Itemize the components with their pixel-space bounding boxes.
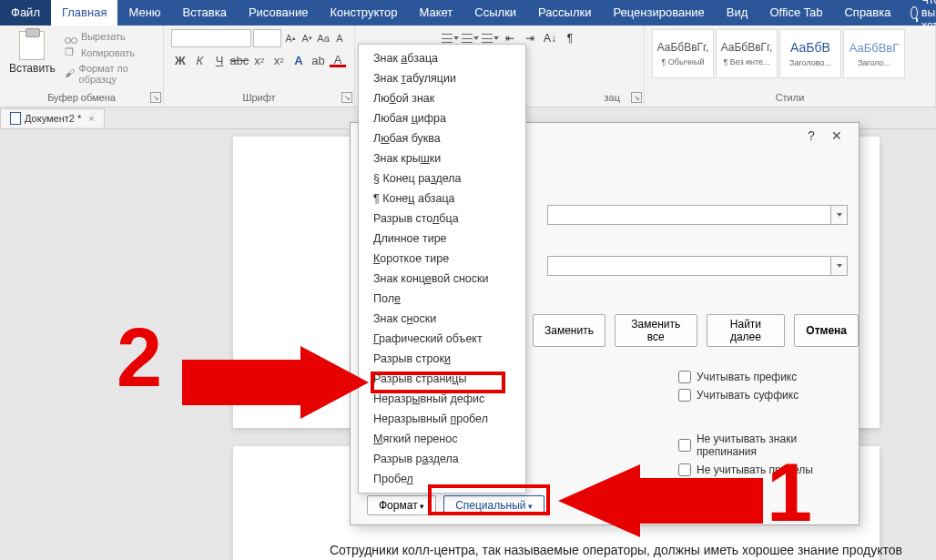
close-icon[interactable]: × — [88, 113, 94, 124]
special-menu-item-6[interactable]: § Конец раздела — [359, 168, 525, 188]
shrink-font-button[interactable]: A▾ — [300, 29, 314, 47]
font-name-combo[interactable] — [171, 29, 251, 47]
special-menu-item-0[interactable]: Знак абзаца — [359, 48, 525, 68]
group-styles: АаБбВвГг,¶ ОбычныйАаБбВвГг,¶ Без инте...… — [645, 25, 936, 107]
dialog-help-button[interactable]: ? — [799, 128, 824, 143]
show-marks-button[interactable]: ¶ — [561, 29, 579, 47]
special-menu: Знак абзацаЗнак табуляцииЛюбой знакЛюбая… — [358, 44, 526, 494]
style-item-2[interactable]: АаБбВЗаголово... — [779, 29, 841, 78]
format-painter-button[interactable]: 🖌 Формат по образцу — [63, 62, 156, 86]
annotation-number-2: 2 — [117, 311, 162, 405]
check-prefix[interactable]: Учитывать префикс — [678, 371, 859, 383]
tab-drawing[interactable]: Рисование — [238, 0, 319, 25]
strike-button[interactable]: abc — [230, 51, 249, 69]
tab-view[interactable]: Вид — [716, 0, 759, 25]
tab-design[interactable]: Конструктор — [319, 0, 408, 25]
paste-label: Вставить — [9, 62, 56, 75]
underline-button[interactable]: Ч — [210, 51, 229, 69]
special-menu-item-13[interactable]: Знак сноски — [359, 309, 525, 329]
format-dropdown-button[interactable]: Формат — [367, 495, 436, 515]
tab-help[interactable]: Справка — [833, 0, 901, 25]
cancel-button[interactable]: Отмена — [794, 314, 859, 347]
cut-label: Вырезать — [81, 31, 126, 42]
style-preview: АаБбВ — [790, 40, 830, 55]
change-case-button[interactable]: Aa — [316, 29, 331, 47]
style-name: Заголо... — [844, 58, 904, 67]
annotation-arrow-1 — [554, 464, 763, 537]
special-menu-item-2[interactable]: Любой знак — [359, 88, 525, 108]
style-item-1[interactable]: АаБбВвГг,¶ Без инте... — [716, 29, 778, 78]
italic-button[interactable]: К — [191, 51, 209, 69]
special-menu-item-5[interactable]: Знак крышки — [359, 148, 525, 168]
superscript-button[interactable]: x2 — [270, 51, 289, 69]
special-menu-item-17[interactable]: Неразрывный дефис — [359, 389, 525, 409]
document-tab[interactable]: Документ2 * × — [0, 108, 105, 127]
brush-icon: 🖌 — [65, 67, 76, 80]
text-effects-button[interactable]: A — [290, 51, 308, 69]
scissors-icon — [65, 30, 77, 43]
cut-button[interactable]: Вырезать — [63, 29, 156, 44]
special-menu-item-4[interactable]: Любая буква — [359, 128, 525, 148]
special-menu-item-1[interactable]: Знак табуляции — [359, 68, 525, 88]
bulb-icon — [911, 6, 918, 19]
special-menu-item-15[interactable]: Разрыв строки — [359, 349, 525, 369]
replace-all-button[interactable]: Заменить все — [615, 314, 697, 347]
copy-icon: ❐ — [65, 46, 77, 59]
tab-references[interactable]: Ссылки — [463, 0, 527, 25]
font-group-label: Шрифт — [171, 90, 347, 105]
special-menu-item-8[interactable]: Разрыв столбца — [359, 209, 525, 229]
style-item-3[interactable]: АаБбВвГЗаголо... — [843, 29, 905, 78]
special-menu-item-11[interactable]: Знак концевой сноски — [359, 269, 525, 289]
tab-file[interactable]: Файл — [0, 0, 51, 25]
bold-button[interactable]: Ж — [171, 51, 189, 69]
tab-officetab[interactable]: Office Tab — [758, 0, 833, 25]
replace-input[interactable] — [547, 256, 831, 276]
special-menu-item-9[interactable]: Длинное тире — [359, 229, 525, 249]
group-font: A▴ A▾ Aa A Ж К Ч abc x2 x2 A ab A Шрифт … — [164, 25, 355, 107]
tab-review[interactable]: Рецензирование — [602, 0, 715, 25]
special-dropdown-button[interactable]: Специальный — [443, 495, 544, 515]
menubar: Файл Главная Меню Вставка Рисование Конс… — [0, 0, 936, 25]
style-preview: АаБбВвГ — [850, 41, 900, 55]
replace-button[interactable]: Заменить — [533, 314, 605, 347]
tell-me[interactable]: Что вы хоти — [901, 0, 936, 25]
highlight-button[interactable]: ab — [310, 51, 328, 69]
check-suffix[interactable]: Учитывать суффикс — [678, 389, 859, 402]
clipboard-launcher[interactable]: ↘ — [150, 92, 161, 103]
replace-dropdown[interactable] — [831, 256, 848, 276]
paste-icon — [19, 31, 45, 60]
special-menu-item-10[interactable]: Короткое тире — [359, 249, 525, 269]
find-next-button[interactable]: Найти далее — [707, 314, 786, 347]
style-item-0[interactable]: АаБбВвГг,¶ Обычный — [652, 29, 714, 78]
special-menu-item-19[interactable]: Мягкий перенос — [359, 429, 525, 449]
find-input[interactable] — [547, 205, 831, 225]
dialog-close-button[interactable]: ✕ — [824, 128, 850, 143]
document-tab-label: Документ2 * — [25, 113, 81, 124]
special-menu-item-14[interactable]: Графический объект — [359, 329, 525, 349]
style-preview: АаБбВвГг, — [657, 41, 709, 54]
tab-layout[interactable]: Макет — [409, 0, 464, 25]
tab-home[interactable]: Главная — [51, 0, 117, 25]
tab-insert[interactable]: Вставка — [172, 0, 238, 25]
font-launcher[interactable]: ↘ — [341, 92, 352, 103]
special-menu-item-7[interactable]: ¶ Конец абзаца — [359, 188, 525, 209]
sort-button[interactable]: A↓ — [541, 29, 559, 47]
tab-menu[interactable]: Меню — [117, 0, 171, 25]
find-dropdown[interactable] — [831, 205, 848, 225]
special-menu-item-3[interactable]: Любая цифра — [359, 108, 525, 128]
special-menu-item-20[interactable]: Разрыв раздела — [359, 449, 525, 469]
copy-button[interactable]: ❐ Копировать — [63, 46, 156, 60]
grow-font-button[interactable]: A▴ — [283, 29, 298, 47]
subscript-button[interactable]: x2 — [250, 51, 269, 69]
special-menu-item-16[interactable]: Разрыв страницы — [359, 369, 525, 389]
special-menu-item-12[interactable]: Поле — [359, 289, 525, 309]
special-menu-item-18[interactable]: Неразрывный пробел — [359, 409, 525, 429]
font-color-button[interactable]: A — [329, 51, 347, 69]
format-painter-label: Формат по образцу — [79, 63, 154, 85]
paragraph-launcher[interactable]: ↘ — [631, 92, 642, 103]
font-size-combo[interactable] — [253, 29, 282, 47]
paste-button[interactable]: Вставить — [7, 29, 57, 76]
tab-mailings[interactable]: Рассылки — [527, 0, 602, 25]
clear-format-button[interactable]: A — [332, 29, 347, 47]
special-menu-item-21[interactable]: Пробел — [359, 469, 525, 489]
